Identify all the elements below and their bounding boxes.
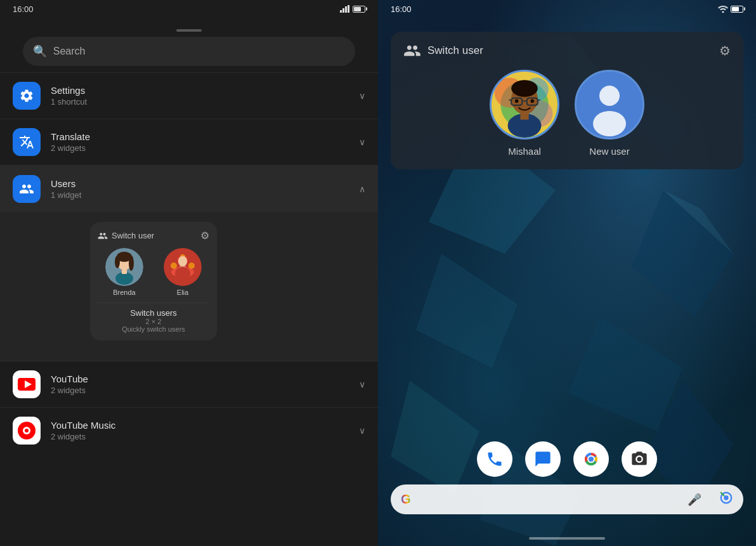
translate-icon <box>13 128 41 156</box>
svg-point-15 <box>175 267 190 280</box>
translate-name: Translate <box>51 131 359 142</box>
svg-point-52 <box>593 111 626 136</box>
new-user-name: New user <box>589 146 629 157</box>
youtube-name: YouTube <box>51 374 359 384</box>
settings-chevron: ∨ <box>359 91 365 101</box>
widget-desc: Quickly switch users <box>98 325 209 333</box>
translate-sub: 2 widgets <box>51 143 359 153</box>
status-time-right: 16:00 <box>391 4 412 14</box>
wifi-icon-right <box>718 5 728 13</box>
status-bar-left: 16:00 <box>0 0 378 18</box>
svg-point-20 <box>25 429 29 432</box>
svg-point-33 <box>722 11 724 13</box>
app-row-translate[interactable]: Translate 2 widgets ∨ <box>0 119 378 165</box>
widget-user-elia[interactable]: Elia <box>156 248 209 296</box>
elia-avatar <box>164 248 202 286</box>
widget-name: Switch users <box>98 308 209 318</box>
status-icons-right <box>718 5 743 13</box>
switch-user-card: Switch user ⚙ <box>391 32 743 169</box>
wifi-icon <box>340 5 350 13</box>
svg-rect-6 <box>122 269 127 274</box>
widget-header: Switch user ⚙ <box>98 230 209 242</box>
new-user-avatar <box>575 70 644 140</box>
svg-point-47 <box>530 99 534 103</box>
users-sub: 1 widget <box>51 190 359 200</box>
widget-user-brenda[interactable]: Brenda <box>98 248 151 296</box>
widget-size: 2 × 2 <box>98 318 209 325</box>
svg-point-51 <box>599 86 620 106</box>
su-user-mishaal[interactable]: Mishaal <box>490 70 559 157</box>
su-title-wrap: Switch user <box>403 42 483 60</box>
status-time-left: 16:00 <box>13 4 34 14</box>
widget-footer: Switch users 2 × 2 Quickly switch users <box>98 302 209 333</box>
settings-name: Settings <box>51 85 359 96</box>
switch-user-widget[interactable]: Switch user ⚙ <box>90 222 217 341</box>
youtube-info: YouTube 2 widgets <box>51 374 359 395</box>
youtube-music-sub: 2 widgets <box>51 432 359 441</box>
users-chevron: ∧ <box>359 184 365 194</box>
app-row-settings[interactable]: Settings 1 shortcut ∨ <box>0 72 378 119</box>
svg-point-40 <box>511 80 538 96</box>
svg-marker-26 <box>568 317 682 431</box>
svg-marker-25 <box>416 254 518 368</box>
app-row-users[interactable]: Users 1 widget ∧ <box>0 166 378 212</box>
elia-name: Elia <box>177 289 188 296</box>
brenda-name: Brenda <box>113 289 135 296</box>
switch-user-icon <box>403 42 421 60</box>
youtube-music-chevron: ∨ <box>359 426 365 436</box>
svg-line-44 <box>509 100 511 100</box>
svg-point-3 <box>115 256 120 268</box>
widget-gear-icon[interactable]: ⚙ <box>200 230 209 242</box>
youtube-sub: 2 widgets <box>51 386 359 395</box>
widget-users: Brenda <box>98 248 209 296</box>
youtube-chevron: ∨ <box>359 379 365 389</box>
dock-messages-button[interactable] <box>525 441 561 477</box>
settings-sub: 1 shortcut <box>51 97 359 107</box>
search-bar[interactable]: 🔍 Search <box>23 37 355 66</box>
status-bar-right: 16:00 <box>378 0 756 18</box>
su-title: Switch user <box>427 44 483 57</box>
svg-marker-24 <box>632 190 733 317</box>
widget-title: Switch user <box>112 231 154 240</box>
users-name: Users <box>51 178 359 189</box>
status-icons-left <box>340 5 365 13</box>
drag-handle[interactable] <box>176 29 202 32</box>
translate-chevron: ∨ <box>359 137 365 147</box>
svg-point-46 <box>515 99 519 103</box>
dock-phone-button[interactable] <box>477 441 512 477</box>
left-panel: 16:00 🔍 Search <box>0 0 378 546</box>
lens-icon[interactable] <box>719 491 733 508</box>
users-info: Users 1 widget <box>51 178 359 200</box>
youtube-music-name: YouTube Music <box>51 420 359 431</box>
mishaal-avatar <box>490 70 559 140</box>
su-users: Mishaal New user <box>403 70 731 157</box>
settings-icon <box>13 82 41 110</box>
dock-camera-button[interactable] <box>622 441 657 477</box>
widget-header-left: Switch user <box>98 231 154 241</box>
svg-point-56 <box>589 457 594 462</box>
app-row-youtube[interactable]: YouTube 2 widgets ∨ <box>0 361 378 407</box>
svg-point-59 <box>724 495 728 500</box>
home-indicator-right <box>529 537 605 540</box>
app-row-youtube-music[interactable]: YouTube Music 2 widgets ∨ <box>0 407 378 453</box>
users-section: Users 1 widget ∧ Switch user ⚙ <box>0 165 378 361</box>
google-logo: G <box>401 492 411 507</box>
mishaal-name: Mishaal <box>508 146 541 157</box>
svg-point-4 <box>129 256 134 271</box>
svg-point-10 <box>171 263 177 269</box>
mic-icon[interactable]: 🎤 <box>688 493 701 507</box>
dock-chrome-button[interactable] <box>573 441 609 477</box>
svg-point-11 <box>188 263 195 269</box>
svg-line-45 <box>538 100 540 100</box>
bottom-dock: G 🎤 <box>391 441 743 514</box>
svg-point-14 <box>178 256 187 266</box>
settings-info: Settings 1 shortcut <box>51 85 359 107</box>
dock-icons <box>391 441 743 477</box>
search-widget[interactable]: G 🎤 <box>391 484 743 514</box>
svg-rect-49 <box>520 112 528 119</box>
su-settings-icon[interactable]: ⚙ <box>719 43 731 58</box>
youtube-icon <box>13 370 41 398</box>
su-user-new[interactable]: New user <box>575 70 644 157</box>
search-placeholder: Search <box>53 46 86 57</box>
translate-info: Translate 2 widgets <box>51 131 359 153</box>
